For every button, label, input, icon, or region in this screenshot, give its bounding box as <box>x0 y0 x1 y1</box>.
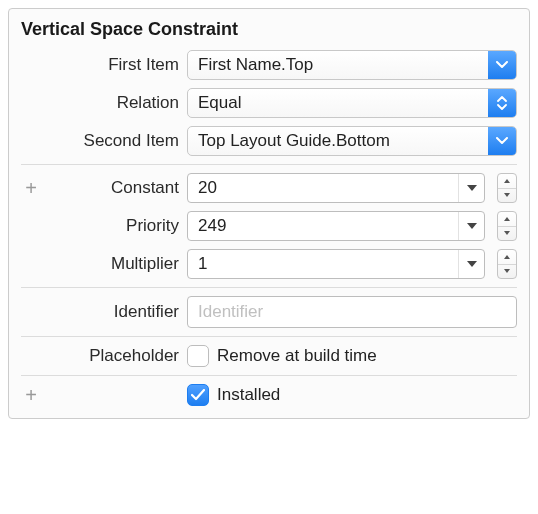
priority-field[interactable]: 249 <box>187 211 485 241</box>
divider <box>21 375 517 376</box>
stepper-down-icon <box>498 227 516 241</box>
identifier-field[interactable]: Identifier <box>187 296 517 328</box>
relation-dropdown[interactable]: Equal <box>187 88 517 118</box>
first-item-row: First Item First Name.Top <box>21 50 517 80</box>
installed-label: Installed <box>217 385 280 405</box>
constant-label: Constant <box>49 178 179 198</box>
priority-stepper[interactable] <box>497 211 517 241</box>
second-item-label: Second Item <box>49 131 179 151</box>
first-item-value: First Name.Top <box>188 55 488 75</box>
placeholder-row: Placeholder Remove at build time <box>21 345 517 367</box>
stepper-down-icon <box>498 265 516 279</box>
stepper-down-icon <box>498 189 516 203</box>
add-installed-button[interactable]: + <box>21 385 41 405</box>
multiplier-stepper[interactable] <box>497 249 517 279</box>
constant-value: 20 <box>188 174 458 202</box>
constant-row: + Constant 20 <box>21 173 517 203</box>
installed-checkbox[interactable] <box>187 384 209 406</box>
second-item-value: Top Layout Guide.Bottom <box>188 131 488 151</box>
first-item-dropdown[interactable]: First Name.Top <box>187 50 517 80</box>
multiplier-value: 1 <box>188 250 458 278</box>
constraint-panel: Vertical Space Constraint First Item Fir… <box>8 8 530 419</box>
relation-row: Relation Equal <box>21 88 517 118</box>
divider <box>21 336 517 337</box>
panel-title: Vertical Space Constraint <box>21 19 517 40</box>
multiplier-row: Multiplier 1 <box>21 249 517 279</box>
identifier-row: Identifier Identifier <box>21 296 517 328</box>
multiplier-label: Multiplier <box>49 254 179 274</box>
placeholder-label: Placeholder <box>49 346 179 366</box>
chevron-down-icon <box>488 51 516 79</box>
divider <box>21 287 517 288</box>
updown-icon <box>488 89 516 117</box>
constant-field[interactable]: 20 <box>187 173 485 203</box>
caret-down-icon <box>458 250 484 278</box>
stepper-up-icon <box>498 250 516 265</box>
relation-label: Relation <box>49 93 179 113</box>
priority-row: Priority 249 <box>21 211 517 241</box>
check-icon <box>191 389 205 401</box>
installed-row: + Installed <box>21 384 517 406</box>
stepper-up-icon <box>498 174 516 189</box>
constant-stepper[interactable] <box>497 173 517 203</box>
stepper-up-icon <box>498 212 516 227</box>
placeholder-checkbox[interactable] <box>187 345 209 367</box>
second-item-dropdown[interactable]: Top Layout Guide.Bottom <box>187 126 517 156</box>
first-item-label: First Item <box>49 55 179 75</box>
add-constant-button[interactable]: + <box>21 178 41 198</box>
caret-down-icon <box>458 212 484 240</box>
caret-down-icon <box>458 174 484 202</box>
placeholder-check-label: Remove at build time <box>217 346 377 366</box>
divider <box>21 164 517 165</box>
chevron-down-icon <box>488 127 516 155</box>
relation-value: Equal <box>188 93 488 113</box>
multiplier-field[interactable]: 1 <box>187 249 485 279</box>
priority-value: 249 <box>188 212 458 240</box>
second-item-row: Second Item Top Layout Guide.Bottom <box>21 126 517 156</box>
priority-label: Priority <box>49 216 179 236</box>
identifier-label: Identifier <box>49 302 179 322</box>
